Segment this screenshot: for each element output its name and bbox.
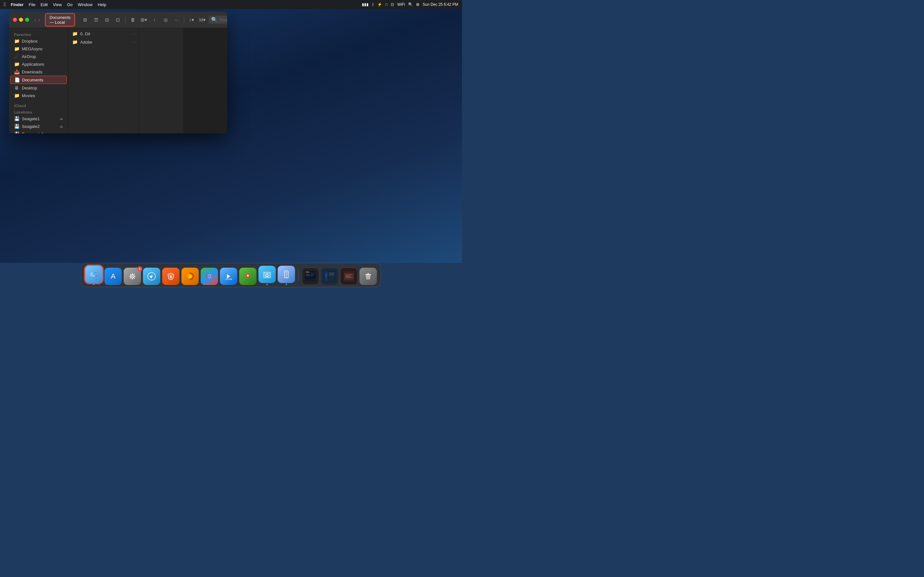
svg-rect-48 xyxy=(367,273,369,274)
traffic-lights xyxy=(13,18,29,22)
svg-point-6 xyxy=(91,274,92,274)
sidebar-item-documents[interactable]: 📄 Documents xyxy=(10,76,67,84)
menu-finder[interactable]: Finder xyxy=(11,2,24,7)
menu-file[interactable]: File xyxy=(29,2,36,7)
icon-view-button[interactable]: ⊞ xyxy=(80,15,90,24)
sidebar-item-applications[interactable]: 📁 Applications xyxy=(10,60,67,68)
chrome-dock-icon xyxy=(201,268,218,285)
file-item-git[interactable]: 📁 0. Git › xyxy=(68,29,139,38)
file-area: 📁 0. Git › 📁 Adobe › xyxy=(68,28,227,133)
sidebar-item-desktop[interactable]: 🖥 Desktop xyxy=(10,84,67,92)
documents-icon: 📄 xyxy=(15,77,19,82)
sidebar-item-dropbox[interactable]: 📁 Dropbox xyxy=(10,37,67,45)
titlebar: ‹ › Documents — Local ⊞ ☰ ⊟ ⊡ 🗑 ⊞▾ ↑ ◎ ·… xyxy=(9,11,227,28)
dock-item-downloads-folder[interactable] xyxy=(258,266,276,285)
bluetooth-icon[interactable]: ᛒ xyxy=(372,2,374,7)
sidebar-item-downloads[interactable]: 📥 Downloads xyxy=(10,68,67,76)
seagate2-icon: 💾 xyxy=(14,124,19,129)
group-button[interactable]: ⊞▾ xyxy=(139,15,149,24)
back-button[interactable]: ‹ xyxy=(34,16,36,23)
menu-window[interactable]: Window xyxy=(78,2,92,7)
sidebar-item-transends1[interactable]: 💾 Transends1 ⏏ xyxy=(10,130,67,133)
sidebar-item-label: Applications xyxy=(22,62,44,67)
dock-item-xcode[interactable]: Xcode xyxy=(220,268,237,285)
forward-button[interactable]: › xyxy=(39,16,40,23)
svg-rect-47 xyxy=(365,274,371,275)
menubar-right: ▮▮▮ ᛒ ⚡ ⎍ ⊡ WiFi 🔍 ⊞ Sun Dec 25 6:42 PM xyxy=(362,2,458,7)
eject-seagate1-icon[interactable]: ⏏ xyxy=(60,117,63,121)
sidebar-item-label: MEGAsync xyxy=(22,47,43,51)
finder-dot xyxy=(94,284,95,285)
seagate1-icon: 💾 xyxy=(14,116,19,121)
sidebar-item-label: Desktop xyxy=(22,85,37,90)
control-center-icon[interactable]: ⊞ xyxy=(416,2,419,7)
dock-item-preview2[interactable] xyxy=(321,268,338,285)
dock-item-simulator[interactable] xyxy=(278,266,295,285)
dock-item-maps[interactable] xyxy=(239,268,257,285)
search-bar[interactable]: 🔍 xyxy=(208,16,227,24)
desktop: ‹ › Documents — Local ⊞ ☰ ⊟ ⊡ 🗑 ⊞▾ ↑ ◎ ·… xyxy=(0,9,462,263)
dock-item-finder[interactable] xyxy=(86,266,103,285)
dock-item-brave[interactable] xyxy=(162,268,180,285)
svg-text:Xcode: Xcode xyxy=(225,277,232,280)
simulator-dot xyxy=(286,284,287,285)
svg-rect-38 xyxy=(325,275,327,276)
dock-separator xyxy=(298,269,299,282)
maximize-button[interactable] xyxy=(25,18,29,22)
git-chevron-icon: › xyxy=(134,32,135,35)
delete-button[interactable]: 🗑 xyxy=(128,15,137,24)
sort-button[interactable]: ↕▾ xyxy=(187,15,196,24)
sidebar-item-label: Seagate1 xyxy=(22,116,40,121)
more-button[interactable]: ··· xyxy=(172,15,181,24)
apple-menu[interactable]:  xyxy=(4,2,6,7)
favorites-section-title: Favorites xyxy=(9,31,68,37)
svg-point-29 xyxy=(307,271,308,272)
svg-rect-31 xyxy=(306,274,310,276)
gallery-view-button[interactable]: ⊡ xyxy=(113,15,123,24)
search-menu-icon[interactable]: 🔍 xyxy=(408,2,413,7)
sidebar-item-movies[interactable]: 📁 Movies xyxy=(10,92,67,99)
dock-item-chrome[interactable] xyxy=(201,268,218,285)
svg-point-10 xyxy=(132,276,133,277)
settings-dock-icon: 1 xyxy=(124,268,141,285)
sidebar-item-seagate1[interactable]: 💾 Seagate1 ⏏ xyxy=(10,115,67,122)
eject-transends1-icon[interactable]: ⏏ xyxy=(60,132,63,134)
column-view-button[interactable]: ⊟ xyxy=(102,15,111,24)
safari-dock-icon xyxy=(143,268,160,285)
svg-rect-45 xyxy=(346,276,351,276)
sidebar-item-megasync[interactable]: 📁 MEGAsync xyxy=(10,45,67,53)
search-input[interactable] xyxy=(220,18,227,22)
minimize-button[interactable] xyxy=(19,18,23,22)
sidebar-item-seagate2[interactable]: 💾 Seagate2 ⏏ xyxy=(10,122,67,130)
dock-item-trash[interactable] xyxy=(360,268,377,285)
arrange-button[interactable]: M▾ xyxy=(198,15,207,24)
dock-item-appstore[interactable]: A xyxy=(105,268,122,285)
menu-go[interactable]: Go xyxy=(67,2,73,7)
eject-seagate2-icon[interactable]: ⏏ xyxy=(60,124,63,129)
dock-item-preview1[interactable] xyxy=(302,268,319,285)
datetime: Sun Dec 25 6:42 PM xyxy=(423,2,458,7)
finder-dock-icon xyxy=(86,266,103,283)
dock-item-settings[interactable]: 1 xyxy=(124,268,141,285)
wifi-icon[interactable]: WiFi xyxy=(397,2,405,7)
airplay-icon[interactable]: ⊡ xyxy=(391,2,394,7)
file-item-adobe[interactable]: 📁 Adobe › xyxy=(68,38,139,46)
menubar-left:  Finder File Edit View Go Window Help xyxy=(4,2,106,7)
adobe-folder-icon: 📁 xyxy=(72,39,78,45)
dock-item-preview3[interactable] xyxy=(341,268,358,285)
share-button[interactable]: ↑ xyxy=(150,15,160,24)
charging-icon: ⚡ xyxy=(377,2,382,7)
dock-item-safari[interactable] xyxy=(143,268,160,285)
menu-view[interactable]: View xyxy=(53,2,62,7)
dock-item-firefox[interactable] xyxy=(182,268,199,285)
downloads-folder-dock-icon xyxy=(258,266,276,283)
search-icon: 🔍 xyxy=(211,17,218,23)
list-view-button[interactable]: ☰ xyxy=(91,15,101,24)
tag-button[interactable]: ◎ xyxy=(161,15,170,24)
close-button[interactable] xyxy=(13,18,17,22)
activity-icon[interactable]: ⎍ xyxy=(385,2,388,7)
menu-edit[interactable]: Edit xyxy=(41,2,48,7)
sidebar-item-label: Dropbox xyxy=(22,39,37,44)
menu-help[interactable]: Help xyxy=(97,2,106,7)
sidebar-item-airdrop[interactable]: ☄ AirDrop xyxy=(10,53,67,60)
